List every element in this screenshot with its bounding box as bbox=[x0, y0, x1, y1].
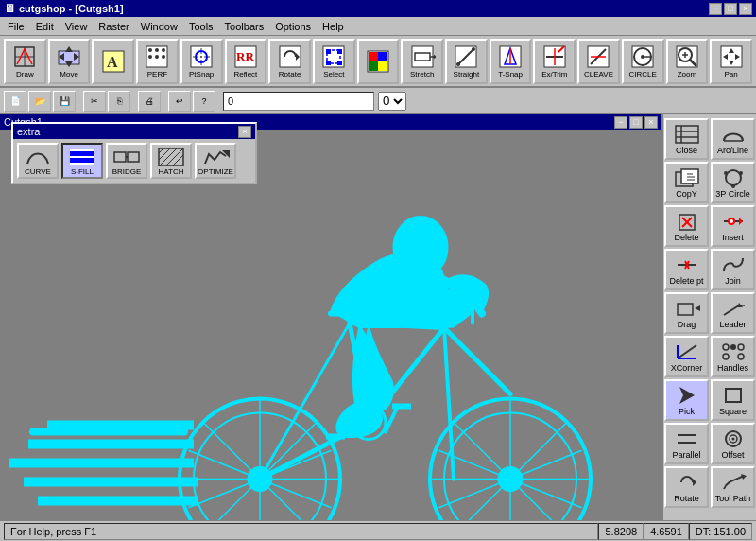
tool-ptsnap[interactable]: PtSnap bbox=[180, 39, 223, 84]
extra-content: CURVE S-FILL BRIDGE HATCH OPTIMIZE bbox=[13, 139, 255, 183]
extra-sfill[interactable]: S-FILL bbox=[61, 143, 103, 179]
tool-draw[interactable]: Draw bbox=[4, 39, 46, 84]
extra-hatch[interactable]: HATCH bbox=[150, 143, 192, 179]
open-button[interactable]: 📂 bbox=[28, 91, 51, 112]
right-xcorner-label: XCorner bbox=[671, 363, 703, 373]
tool-pan[interactable]: Pan bbox=[710, 39, 752, 84]
menu-bar: File Edit View Raster Window Tools Toolb… bbox=[0, 17, 756, 36]
tool-tsnap[interactable]: T-Snap bbox=[490, 39, 532, 84]
right-parallel-label: Parallel bbox=[672, 450, 700, 460]
svg-point-154 bbox=[723, 344, 729, 350]
right-rotate-label: Rotate bbox=[674, 494, 699, 503]
right-parallel-button[interactable]: Parallel bbox=[664, 423, 709, 464]
print-button[interactable]: 🖨 bbox=[138, 91, 161, 112]
right-square-button[interactable]: Square bbox=[711, 379, 755, 421]
tool-select-label: Select bbox=[323, 70, 344, 79]
tool-zoom[interactable]: Zoom bbox=[666, 39, 709, 84]
right-handles-button[interactable]: Handles bbox=[711, 336, 755, 377]
tool-reflect[interactable]: RR Reflect bbox=[225, 39, 267, 84]
right-join-button[interactable]: Join bbox=[711, 249, 755, 290]
tool-rotate-label: Rotate bbox=[279, 70, 301, 79]
svg-line-118 bbox=[159, 148, 170, 160]
right-leader-label: Leader bbox=[719, 320, 746, 329]
tool-circle[interactable]: CIRCLE bbox=[622, 39, 664, 84]
svg-rect-123 bbox=[676, 126, 698, 143]
tool-move[interactable]: Move bbox=[48, 39, 91, 84]
menu-edit[interactable]: Edit bbox=[30, 19, 60, 34]
extra-bridge[interactable]: BRIDGE bbox=[106, 143, 147, 179]
menu-raster[interactable]: Raster bbox=[93, 19, 134, 34]
minimize-button[interactable]: − bbox=[709, 3, 722, 15]
menu-help[interactable]: Help bbox=[317, 19, 350, 34]
svg-point-11 bbox=[148, 48, 152, 52]
svg-line-148 bbox=[724, 305, 739, 315]
svg-point-56 bbox=[641, 55, 644, 59]
tool-text[interactable]: A bbox=[92, 39, 134, 84]
menu-options[interactable]: Options bbox=[269, 19, 317, 34]
right-pick-button[interactable]: Pick bbox=[664, 379, 709, 421]
maximize-button[interactable]: □ bbox=[724, 3, 737, 15]
right-deletept-button[interactable]: Delete pt bbox=[664, 249, 709, 290]
status-x: 5.8208 bbox=[598, 523, 644, 540]
undo-button[interactable]: ↩ bbox=[168, 91, 191, 112]
coord-dropdown[interactable]: 0 bbox=[378, 92, 406, 111]
inner-maximize-button[interactable]: □ bbox=[629, 116, 643, 129]
menu-tools[interactable]: Tools bbox=[183, 19, 219, 34]
status-x-value: 5.8208 bbox=[605, 526, 637, 537]
coord-input[interactable]: 0 bbox=[223, 92, 374, 111]
cut-button[interactable]: ✂ bbox=[83, 91, 106, 112]
canvas-area[interactable]: Cutgsh1 − □ × bbox=[0, 114, 662, 520]
tool-cleave[interactable]: CLEAVE bbox=[577, 39, 620, 84]
svg-point-42 bbox=[456, 62, 460, 66]
menu-view[interactable]: View bbox=[60, 19, 94, 34]
tool-select[interactable]: Select bbox=[313, 39, 355, 84]
drawing-canvas bbox=[0, 130, 662, 520]
svg-point-13 bbox=[162, 48, 165, 52]
right-delete-button[interactable]: Delete bbox=[664, 205, 709, 247]
status-dt-value: DT: 151.00 bbox=[696, 526, 746, 537]
extra-close-button[interactable]: × bbox=[238, 126, 251, 138]
main-area: Cutgsh1 − □ × bbox=[0, 114, 756, 520]
right-arcline-button[interactable]: Arc/Line bbox=[711, 118, 755, 160]
new-button[interactable]: 📄 bbox=[4, 91, 26, 112]
right-square-label: Square bbox=[719, 407, 747, 416]
svg-rect-69 bbox=[47, 421, 194, 430]
close-button[interactable]: × bbox=[739, 3, 752, 15]
right-rotate-button[interactable]: Rotate bbox=[664, 466, 709, 508]
status-y-value: 4.6591 bbox=[650, 526, 682, 537]
svg-rect-113 bbox=[114, 152, 126, 162]
tool-stretch[interactable]: Stretch bbox=[401, 39, 443, 84]
tool-straight[interactable]: Straight bbox=[445, 39, 488, 84]
right-toolpath-button[interactable]: Tool Path bbox=[711, 466, 755, 508]
svg-point-16 bbox=[162, 55, 165, 59]
right-offset-button[interactable]: Offset bbox=[711, 423, 755, 464]
menu-window[interactable]: Window bbox=[135, 19, 183, 34]
tool-rotate[interactable]: Rotate bbox=[268, 39, 311, 84]
right-xcorner-button[interactable]: XCorner bbox=[664, 336, 709, 377]
right-insert-button[interactable]: Insert bbox=[711, 205, 755, 247]
inner-close-button[interactable]: × bbox=[644, 116, 658, 129]
tool-cleave-label: CLEAVE bbox=[584, 70, 613, 79]
redo-button[interactable]: ? bbox=[193, 91, 215, 112]
tool-draw-label: Draw bbox=[16, 70, 34, 79]
right-close-button[interactable]: Close bbox=[664, 118, 709, 160]
inner-minimize-button[interactable]: − bbox=[614, 116, 627, 129]
right-3pcircle-button[interactable]: 3P Circle bbox=[711, 162, 755, 203]
menu-file[interactable]: File bbox=[2, 19, 30, 34]
svg-point-12 bbox=[155, 48, 159, 52]
right-row-5: Drag Leader bbox=[664, 292, 755, 334]
right-row-7: Pick Square bbox=[664, 379, 755, 421]
extra-curves[interactable]: CURVE bbox=[17, 143, 59, 179]
extra-optimize[interactable]: OPTIMIZE bbox=[195, 143, 236, 179]
right-copy-button[interactable]: CopY bbox=[664, 162, 709, 203]
svg-point-43 bbox=[472, 47, 475, 51]
menu-toolbars[interactable]: Toolbars bbox=[219, 19, 270, 34]
copy-button[interactable]: ⎘ bbox=[108, 91, 130, 112]
right-leader-button[interactable]: Leader bbox=[711, 292, 755, 334]
tool-extrim[interactable]: Ex/Trim bbox=[533, 39, 576, 84]
save-button[interactable]: 💾 bbox=[53, 91, 76, 112]
tool-color[interactable] bbox=[357, 39, 400, 84]
tool-perf[interactable]: PERF bbox=[136, 39, 179, 84]
right-drag-button[interactable]: Drag bbox=[664, 292, 709, 334]
extra-window: extra × CURVE S-FILL BRIDGE HAT bbox=[11, 122, 257, 184]
